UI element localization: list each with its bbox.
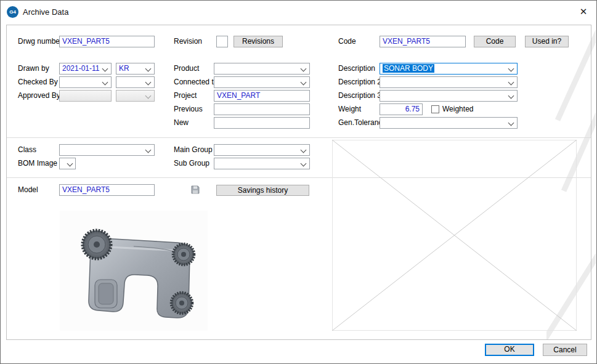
drawn-by-date-value: 2021-01-11: [62, 64, 100, 73]
chevron-down-icon: [145, 147, 152, 153]
revision-field[interactable]: [216, 36, 228, 47]
cad-part-illustration: [60, 211, 208, 331]
description2-label: Description 2: [338, 76, 381, 88]
chevron-down-icon: [102, 79, 108, 86]
ok-button[interactable]: OK: [485, 344, 534, 356]
revisions-button[interactable]: Revisions: [234, 36, 283, 47]
placeholder-cross-icon: [332, 140, 577, 331]
previous-label: Previous: [174, 103, 203, 115]
model-field[interactable]: VXEN_PART5: [59, 184, 155, 196]
model-preview-image: [60, 211, 208, 331]
project-field[interactable]: VXEN_PART: [214, 90, 310, 102]
chevron-down-icon: [301, 79, 307, 86]
chevron-down-icon: [67, 161, 73, 167]
revision-label: Revision: [174, 36, 202, 47]
connected-to-combo[interactable]: [214, 76, 310, 88]
chevron-down-icon: [102, 66, 108, 72]
sub-group-combo[interactable]: [214, 158, 310, 169]
product-label: Product: [174, 63, 199, 75]
close-button[interactable]: ✕: [575, 4, 591, 20]
new-field[interactable]: [214, 117, 310, 129]
drawn-by-initials-combo[interactable]: KR: [116, 63, 155, 75]
chevron-down-icon: [301, 161, 307, 167]
project-label: Project: [174, 90, 197, 102]
approved-by-initials-combo: [116, 90, 155, 102]
description2-combo[interactable]: [380, 76, 518, 88]
save-icon[interactable]: [190, 185, 200, 195]
chevron-down-icon: [508, 79, 514, 86]
window-title: Archive Data: [23, 6, 68, 18]
class-label: Class: [18, 144, 36, 156]
archive-data-dialog: G4 Archive Data ✕ Drwg number VXEN_PART5…: [0, 0, 597, 364]
bom-image-label: BOM Image: [18, 158, 57, 169]
divider: [7, 137, 591, 138]
drawn-by-initials-value: KR: [119, 64, 129, 73]
new-label: New: [174, 117, 189, 129]
class-combo[interactable]: [59, 144, 155, 156]
app-icon: G4: [7, 6, 18, 18]
chevron-down-icon: [145, 93, 152, 99]
code-button[interactable]: Code: [474, 36, 516, 47]
main-group-combo[interactable]: [214, 144, 310, 156]
description3-combo[interactable]: [380, 90, 518, 102]
description-label: Description: [338, 63, 375, 75]
drawn-by-date-combo[interactable]: 2021-01-11: [59, 63, 112, 75]
drwg-number-field[interactable]: VXEN_PART5: [59, 36, 155, 47]
approved-by-label: Approved By: [18, 90, 60, 102]
approved-by-date-field: [59, 90, 112, 102]
model-label: Model: [18, 184, 38, 196]
weighted-label: Weighted: [442, 103, 473, 115]
drawn-by-label: Drawn by: [18, 63, 49, 75]
bom-image-combo[interactable]: [59, 158, 76, 169]
code-label: Code: [338, 36, 356, 47]
used-in-button[interactable]: Used in?: [525, 36, 569, 47]
close-icon: ✕: [580, 6, 588, 17]
weight-field[interactable]: 6.75: [380, 103, 423, 115]
chevron-down-icon: [145, 79, 152, 86]
chevron-down-icon: [301, 66, 307, 72]
savings-history-button[interactable]: Savings history: [216, 185, 309, 196]
chevron-down-icon: [508, 120, 514, 126]
code-field[interactable]: VXEN_PART5: [380, 36, 466, 47]
chevron-down-icon: [145, 66, 152, 72]
weight-label: Weight: [338, 103, 361, 115]
cancel-button[interactable]: Cancel: [543, 344, 587, 356]
chevron-down-icon: [508, 93, 514, 99]
description-selected-text: SONAR BODY: [383, 64, 434, 73]
weighted-checkbox[interactable]: [431, 105, 439, 113]
connected-to-label: Connected to: [174, 76, 217, 88]
checked-by-label: Checked By: [18, 76, 58, 88]
chevron-down-icon: [301, 147, 307, 153]
gen-tolerance-combo[interactable]: [380, 117, 518, 129]
checked-by-initials-combo[interactable]: [116, 76, 155, 88]
sub-group-label: Sub Group: [174, 158, 209, 169]
titlebar: G4 Archive Data ✕: [1, 1, 596, 23]
chevron-down-icon: [508, 66, 514, 72]
product-combo[interactable]: [214, 63, 310, 75]
checked-by-date-combo[interactable]: [59, 76, 112, 88]
description-combo[interactable]: SONAR BODY: [380, 63, 518, 75]
drawing-preview-placeholder: [332, 140, 577, 331]
main-group-label: Main Group: [174, 144, 213, 156]
description3-label: Description 3: [338, 90, 381, 102]
previous-field[interactable]: [214, 103, 310, 115]
drwg-number-label: Drwg number: [18, 36, 62, 47]
